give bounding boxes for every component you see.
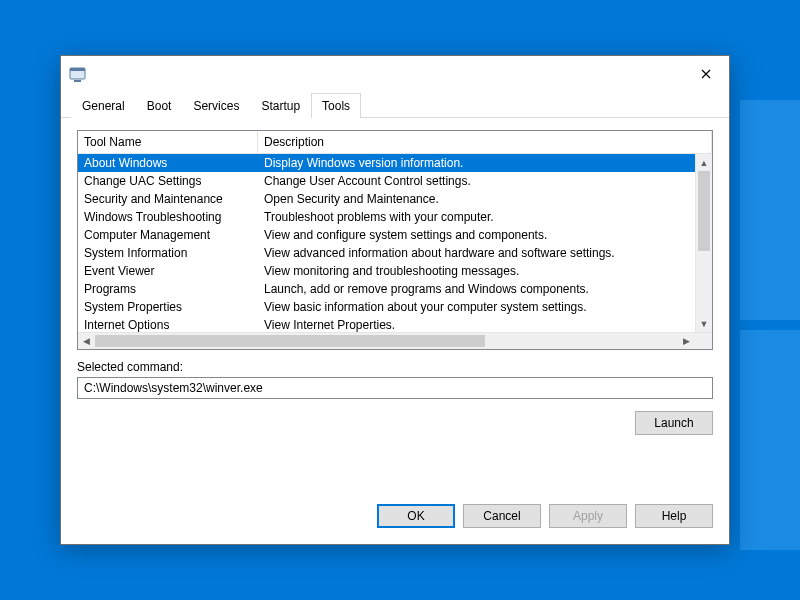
list-item-name: About Windows <box>78 155 258 171</box>
cancel-button[interactable]: Cancel <box>463 504 541 528</box>
list-item-description: Change User Account Control settings. <box>258 173 712 189</box>
list-item-description: View advanced information about hardware… <box>258 245 712 261</box>
list-item-description: Open Security and Maintenance. <box>258 191 712 207</box>
selected-command-label: Selected command: <box>77 360 713 374</box>
scroll-track[interactable] <box>696 171 712 315</box>
tabstrip: General Boot Services Startup Tools <box>61 92 729 118</box>
list-item-name: Internet Options <box>78 317 258 332</box>
scroll-corner <box>695 333 712 349</box>
msconfig-window: General Boot Services Startup Tools Tool… <box>60 55 730 545</box>
list-item-name: System Information <box>78 245 258 261</box>
desktop-accent <box>740 330 800 550</box>
column-header-description[interactable]: Description <box>258 131 712 153</box>
dialog-button-row: OK Cancel Apply Help <box>61 496 729 544</box>
hscroll-track[interactable] <box>95 333 678 349</box>
tab-body-tools: Tool Name Description ▲ ▼ About WindowsD… <box>61 118 729 496</box>
tab-services[interactable]: Services <box>182 93 250 118</box>
list-item-name: Change UAC Settings <box>78 173 258 189</box>
list-item-description: View Internet Properties. <box>258 317 712 332</box>
close-button[interactable] <box>683 58 729 90</box>
desktop-accent <box>740 100 800 320</box>
list-item[interactable]: ProgramsLaunch, add or remove programs a… <box>78 280 712 298</box>
scroll-right-icon[interactable]: ▶ <box>678 333 695 349</box>
scroll-left-icon[interactable]: ◀ <box>78 333 95 349</box>
ok-button[interactable]: OK <box>377 504 455 528</box>
list-item-description: Troubleshoot problems with your computer… <box>258 209 712 225</box>
list-item-name: Programs <box>78 281 258 297</box>
launch-button[interactable]: Launch <box>635 411 713 435</box>
titlebar <box>61 56 729 92</box>
list-item[interactable]: Change UAC SettingsChange User Account C… <box>78 172 712 190</box>
tab-boot[interactable]: Boot <box>136 93 183 118</box>
list-item-name: Event Viewer <box>78 263 258 279</box>
listview-body: ▲ ▼ About WindowsDisplay Windows version… <box>78 154 712 332</box>
vertical-scrollbar[interactable]: ▲ ▼ <box>695 154 712 332</box>
list-item-name: Windows Troubleshooting <box>78 209 258 225</box>
scroll-thumb[interactable] <box>698 171 710 251</box>
list-item-description: View and configure system settings and c… <box>258 227 712 243</box>
tab-startup[interactable]: Startup <box>250 93 311 118</box>
svg-rect-2 <box>74 80 81 82</box>
scroll-down-icon[interactable]: ▼ <box>696 315 712 332</box>
list-item[interactable]: System InformationView advanced informat… <box>78 244 712 262</box>
list-item-name: Computer Management <box>78 227 258 243</box>
list-item-description: View basic information about your comput… <box>258 299 712 315</box>
help-button[interactable]: Help <box>635 504 713 528</box>
list-item[interactable]: System PropertiesView basic information … <box>78 298 712 316</box>
tab-general[interactable]: General <box>71 93 136 118</box>
list-item-name: Security and Maintenance <box>78 191 258 207</box>
list-item[interactable]: Internet OptionsView Internet Properties… <box>78 316 712 332</box>
list-item[interactable]: Computer ManagementView and configure sy… <box>78 226 712 244</box>
list-item-description: Launch, add or remove programs and Windo… <box>258 281 712 297</box>
list-item[interactable]: Security and MaintenanceOpen Security an… <box>78 190 712 208</box>
selected-command-field[interactable]: C:\Windows\system32\winver.exe <box>77 377 713 399</box>
list-item-name: System Properties <box>78 299 258 315</box>
list-item-description: View monitoring and troubleshooting mess… <box>258 263 712 279</box>
column-header-tool-name[interactable]: Tool Name <box>78 131 258 153</box>
list-item[interactable]: About WindowsDisplay Windows version inf… <box>78 154 712 172</box>
list-item[interactable]: Event ViewerView monitoring and troubles… <box>78 262 712 280</box>
tools-listview: Tool Name Description ▲ ▼ About WindowsD… <box>77 130 713 350</box>
svg-rect-1 <box>70 68 85 71</box>
app-icon <box>69 65 87 83</box>
tab-tools[interactable]: Tools <box>311 93 361 118</box>
list-item-description: Display Windows version information. <box>258 155 712 171</box>
list-item[interactable]: Windows TroubleshootingTroubleshoot prob… <box>78 208 712 226</box>
scroll-up-icon[interactable]: ▲ <box>696 154 712 171</box>
listview-header-row: Tool Name Description <box>78 131 712 154</box>
horizontal-scrollbar[interactable]: ◀ ▶ <box>78 332 712 349</box>
apply-button[interactable]: Apply <box>549 504 627 528</box>
hscroll-thumb[interactable] <box>95 335 485 347</box>
